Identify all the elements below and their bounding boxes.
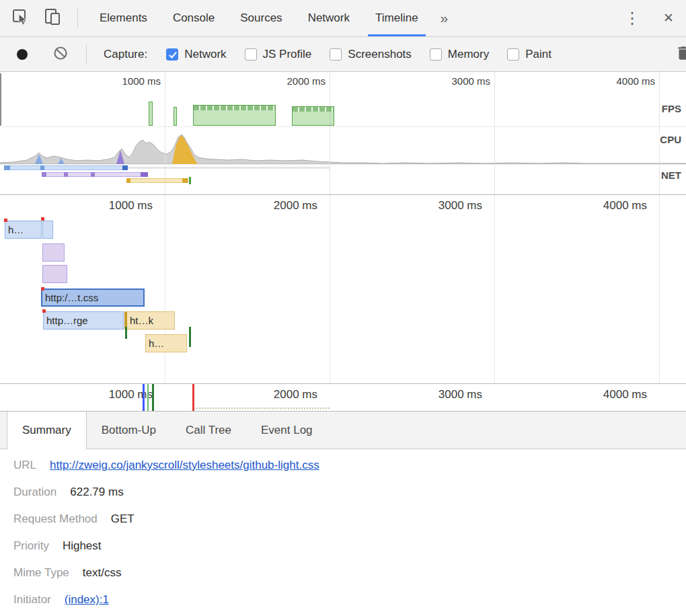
overview-resize-grip[interactable] bbox=[0, 73, 1, 126]
time-tick-label: 1000 ms bbox=[122, 75, 161, 87]
checkbox-label: Paint bbox=[525, 48, 551, 61]
summary-value: text/css bbox=[83, 566, 122, 580]
summary-value: GET bbox=[111, 512, 135, 526]
tab-timeline[interactable]: Timeline bbox=[363, 0, 431, 36]
capture-label: Capture: bbox=[104, 48, 147, 61]
request-bar[interactable] bbox=[42, 265, 67, 283]
capture-options: NetworkJS ProfileScreenshotsMemoryPaint bbox=[166, 48, 551, 61]
request-bar[interactable] bbox=[42, 221, 53, 239]
gridline bbox=[494, 72, 495, 194]
network-overview-bar bbox=[42, 172, 148, 177]
time-tick-label: 3000 ms bbox=[451, 75, 490, 87]
network-overview-bar bbox=[40, 165, 44, 170]
tab-sources[interactable]: Sources bbox=[227, 0, 295, 36]
gridline bbox=[659, 195, 660, 383]
device-toolbar-button[interactable] bbox=[36, 0, 69, 36]
network-overview-bar bbox=[141, 172, 148, 177]
record-button[interactable] bbox=[17, 49, 28, 60]
clear-icon bbox=[53, 46, 68, 63]
request-bar[interactable]: ht…k bbox=[124, 311, 175, 330]
checkbox-unchecked[interactable] bbox=[245, 48, 257, 61]
gridline bbox=[165, 195, 165, 383]
time-tick-label: 4000 ms bbox=[603, 199, 647, 213]
capture-toolbar: Capture: NetworkJS ProfileScreenshotsMem… bbox=[0, 37, 686, 72]
green-marker bbox=[189, 327, 191, 347]
lane-label-cpu: CPU bbox=[658, 134, 683, 145]
red-marker bbox=[4, 219, 7, 222]
drawer-tab-summary[interactable]: Summary bbox=[7, 412, 87, 449]
inspect-icon bbox=[10, 7, 30, 30]
summary-row-url: URLhttp://zweig.co/jankyscroll/styleshee… bbox=[13, 452, 686, 479]
fps-bar bbox=[149, 102, 153, 126]
time-tick-label: 4000 ms bbox=[603, 388, 647, 401]
network-overview-bar bbox=[182, 178, 188, 183]
overflow-menu-icon[interactable]: ⋮ bbox=[613, 0, 651, 36]
request-bar[interactable] bbox=[42, 243, 65, 262]
tab-console[interactable]: Console bbox=[160, 0, 227, 36]
request-bar[interactable]: h… bbox=[5, 221, 42, 239]
summary-value: 622.79 ms bbox=[70, 486, 123, 499]
timeline-marker bbox=[143, 384, 145, 411]
summary-row-priority: PriorityHighest bbox=[13, 533, 686, 560]
drawer-tab-bottom-up[interactable]: Bottom-Up bbox=[87, 412, 171, 449]
summary-label: Duration bbox=[13, 486, 56, 499]
tab-elements[interactable]: Elements bbox=[87, 0, 160, 36]
timeline-marker bbox=[152, 384, 154, 411]
device-toolbar-icon bbox=[42, 7, 63, 30]
garbage-collect-button[interactable] bbox=[675, 44, 686, 65]
timeline-marker bbox=[192, 384, 194, 411]
drawer-tab-call-tree[interactable]: Call Tree bbox=[171, 412, 246, 449]
checkbox-checked[interactable] bbox=[166, 48, 178, 61]
capture-option-js-profile[interactable]: JS Profile bbox=[245, 48, 312, 61]
timeline-ruler-strip[interactable]: 1000 ms2000 ms3000 ms4000 ms bbox=[0, 383, 686, 412]
more-tabs-button[interactable]: » bbox=[431, 0, 458, 36]
time-tick-label: 1000 ms bbox=[109, 199, 153, 213]
summary-row-mime-type: Mime Typetext/css bbox=[13, 560, 686, 586]
summary-link[interactable]: http://zweig.co/jankyscroll/stylesheets/… bbox=[50, 459, 319, 472]
checkbox-label: JS Profile bbox=[263, 48, 312, 61]
time-tick-label: 3000 ms bbox=[439, 388, 482, 401]
capture-option-screenshots[interactable]: Screenshots bbox=[330, 48, 412, 61]
gridline bbox=[165, 72, 165, 194]
inspect-element-button[interactable] bbox=[4, 0, 36, 36]
summary-label: Request Method bbox=[13, 512, 98, 526]
gridline bbox=[330, 195, 330, 383]
request-bar[interactable]: h… bbox=[145, 334, 187, 352]
request-bar[interactable]: http:/…t.css bbox=[41, 288, 145, 307]
checkbox-label: Memory bbox=[448, 48, 489, 61]
network-overview-bar bbox=[64, 172, 68, 177]
timeline-overview-pane[interactable]: 1000 ms2000 ms3000 ms4000 msFPSCPUNET bbox=[0, 72, 686, 195]
close-icon[interactable]: ✕ bbox=[651, 0, 686, 36]
dotted-activity-line bbox=[196, 408, 330, 409]
summary-label: Initiator bbox=[13, 593, 51, 607]
panel-tabs: ElementsConsoleSourcesNetworkTimeline bbox=[87, 0, 431, 36]
summary-label: Priority bbox=[13, 539, 49, 553]
network-overview-bar bbox=[122, 165, 128, 170]
capture-option-memory[interactable]: Memory bbox=[430, 48, 489, 61]
capture-option-network[interactable]: Network bbox=[166, 48, 226, 61]
summary-row-initiator: Initiator(index):1 bbox=[13, 586, 686, 613]
drawer-tab-event-log[interactable]: Event Log bbox=[246, 412, 328, 449]
checkbox-unchecked[interactable] bbox=[507, 48, 519, 61]
checkbox-unchecked[interactable] bbox=[330, 48, 342, 61]
checkbox-label: Screenshots bbox=[348, 48, 412, 61]
lane-label-net: NET bbox=[660, 169, 683, 181]
summary-row-duration: Duration622.79 ms bbox=[13, 479, 686, 506]
clear-button[interactable] bbox=[53, 46, 68, 63]
time-tick-label: 4000 ms bbox=[616, 75, 655, 87]
lane-separator bbox=[0, 164, 686, 165]
summary-label: URL bbox=[13, 459, 36, 472]
request-bar[interactable]: http…rge bbox=[43, 311, 124, 330]
timeline-flame-chart[interactable]: 1000 ms2000 ms3000 ms4000 msh…http:/…t.c… bbox=[0, 195, 686, 383]
main-toolbar: ElementsConsoleSourcesNetworkTimeline » … bbox=[0, 0, 686, 37]
fps-bar bbox=[174, 107, 177, 126]
network-overview-bar bbox=[189, 177, 191, 184]
capture-option-paint[interactable]: Paint bbox=[507, 48, 551, 61]
cpu-activity-chart bbox=[0, 126, 686, 164]
red-marker bbox=[42, 309, 46, 313]
tab-network[interactable]: Network bbox=[295, 0, 363, 36]
time-tick-label: 3000 ms bbox=[439, 199, 482, 213]
checkbox-unchecked[interactable] bbox=[430, 48, 442, 61]
summary-link[interactable]: (index):1 bbox=[65, 593, 109, 607]
toolbar-separator bbox=[77, 8, 78, 28]
